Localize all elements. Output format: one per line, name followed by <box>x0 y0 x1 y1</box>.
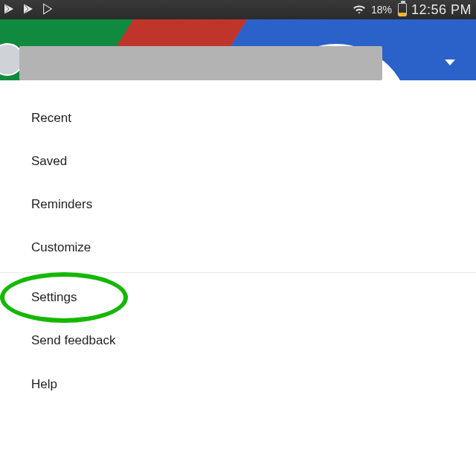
play-notification-icon <box>22 3 34 17</box>
menu-item-label: Send feedback <box>31 333 115 347</box>
menu-item-settings[interactable]: Settings <box>0 276 476 319</box>
play-store-icon <box>42 3 54 17</box>
app-header <box>0 19 476 80</box>
menu-item-help[interactable]: Help <box>0 363 476 406</box>
menu-item-send-feedback[interactable]: Send feedback <box>0 319 476 362</box>
menu-item-saved[interactable]: Saved <box>0 140 476 183</box>
menu-item-label: Customize <box>31 240 91 254</box>
battery-percentage: 18% <box>371 4 392 16</box>
wifi-icon <box>352 3 367 17</box>
play-notification-icon <box>3 3 15 17</box>
android-status-bar: 18% 12:56 PM <box>0 0 476 19</box>
menu-item-label: Reminders <box>31 197 92 211</box>
menu-item-reminders[interactable]: Reminders <box>0 183 476 226</box>
status-clock: 12:56 PM <box>411 2 472 18</box>
menu-item-customize[interactable]: Customize <box>0 226 476 269</box>
menu-item-label: Help <box>31 377 57 391</box>
menu-item-label: Recent <box>31 111 71 125</box>
account-dropdown-icon[interactable] <box>445 60 455 65</box>
search-input[interactable] <box>19 46 382 80</box>
menu-divider <box>0 272 476 273</box>
menu-item-label: Saved <box>31 154 67 168</box>
menu-item-recent[interactable]: Recent <box>0 97 476 140</box>
navigation-drawer: Recent Saved Reminders Customize Setting… <box>0 80 476 406</box>
menu-item-label: Settings <box>31 290 77 304</box>
battery-icon <box>398 3 407 16</box>
